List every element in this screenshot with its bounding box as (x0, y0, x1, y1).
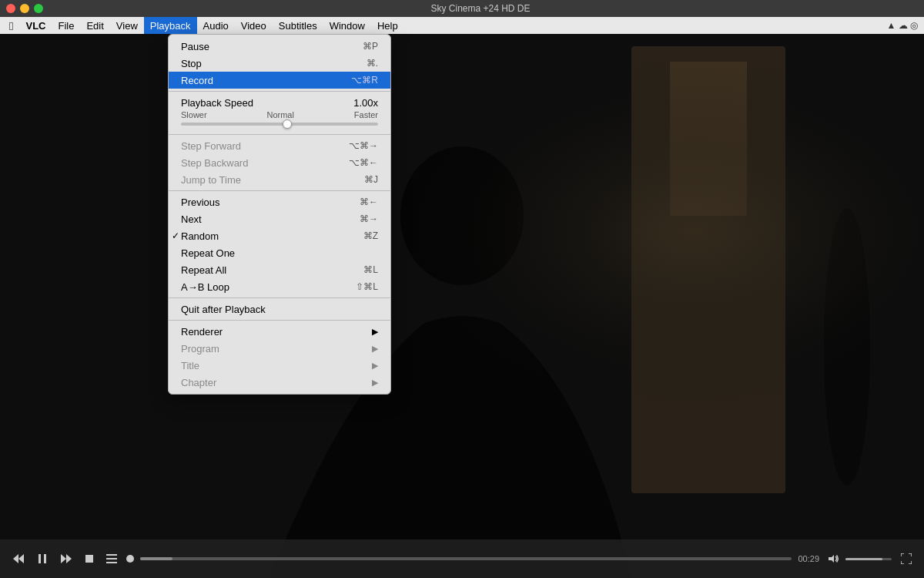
sep-5 (169, 320, 390, 321)
speed-slider-thumb[interactable] (283, 119, 292, 129)
menu-window[interactable]: Window (323, 17, 371, 34)
rewind-button[interactable] (9, 550, 28, 567)
program-label: Program (181, 343, 219, 355)
next-label: Next (181, 213, 202, 225)
menu-title[interactable]: Title ▶ (169, 357, 390, 374)
jump-to-time-label: Jump to Time (181, 174, 241, 186)
speed-faster: Faster (354, 110, 378, 119)
minimize-button[interactable] (20, 4, 29, 13)
window-controls[interactable] (6, 4, 43, 13)
stop-button[interactable] (82, 551, 97, 566)
svg-rect-14 (106, 558, 117, 560)
repeat-all-shortcut: ⌘L (363, 264, 378, 275)
ab-loop-label: A→B Loop (181, 281, 229, 293)
speed-labels: Slower Normal Faster (181, 110, 378, 119)
playback-dropdown-menu: Pause ⌘P Stop ⌘. Record ⌥⌘R Playback Spe… (168, 34, 391, 395)
svg-marker-16 (829, 555, 834, 563)
volume-bar[interactable] (845, 558, 892, 560)
pause-label: Pause (181, 41, 209, 52)
menu-repeat-one[interactable]: Repeat One (169, 244, 390, 261)
svg-rect-8 (38, 554, 41, 563)
random-checkmark: ✓ (172, 230, 179, 241)
svg-rect-9 (44, 554, 46, 563)
menu-step-backward[interactable]: Step Backward ⌥⌘← (169, 154, 390, 171)
svg-rect-5 (0, 0, 924, 578)
sep-2 (169, 134, 390, 135)
renderer-arrow: ▶ (372, 327, 378, 337)
menu-audio[interactable]: Audio (197, 17, 235, 34)
time-display: 00:29 (798, 554, 819, 563)
playback-speed-section: Playback Speed 1.00x Slower Normal Faste… (169, 94, 390, 132)
svg-rect-15 (106, 562, 117, 563)
fast-forward-button[interactable] (57, 550, 75, 567)
menu-stop[interactable]: Stop ⌘. (169, 55, 390, 72)
previous-label: Previous (181, 197, 220, 208)
menu-help[interactable]: Help (371, 17, 404, 34)
repeat-one-label: Repeat One (181, 247, 235, 259)
speed-slower: Slower (181, 110, 207, 119)
timeline-bar[interactable] (140, 557, 792, 560)
sep-1 (169, 91, 390, 92)
speed-value: 1.00x (353, 97, 378, 109)
svg-rect-12 (85, 555, 93, 563)
svg-marker-6 (13, 554, 18, 563)
menu-pause[interactable]: Pause ⌘P (169, 38, 390, 55)
window-title: Sky Cinema +24 HD DE (43, 3, 918, 14)
title-label: Title (181, 360, 199, 371)
menu-repeat-all[interactable]: Repeat All ⌘L (169, 261, 390, 278)
menu-random[interactable]: ✓ Random ⌘Z (169, 227, 390, 244)
speed-label: Playback Speed (181, 97, 253, 109)
menu-next[interactable]: Next ⌘→ (169, 210, 390, 227)
menu-subtitles[interactable]: Subtitles (273, 17, 323, 34)
menu-jump-to-time[interactable]: Jump to Time ⌘J (169, 171, 390, 188)
position-indicator[interactable] (126, 555, 134, 563)
volume-icon[interactable] (825, 551, 842, 566)
menu-step-forward[interactable]: Step Forward ⌥⌘→ (169, 137, 390, 154)
renderer-label: Renderer (181, 326, 223, 338)
record-label: Record (181, 75, 213, 86)
svg-marker-10 (61, 554, 66, 563)
menubar-items:  VLC File Edit View Playback Audio Vide… (0, 17, 407, 34)
svg-rect-13 (106, 554, 117, 556)
svg-marker-11 (66, 554, 72, 563)
chapter-label: Chapter (181, 377, 216, 388)
volume-fill (845, 558, 882, 560)
step-forward-shortcut: ⌥⌘→ (349, 140, 378, 151)
program-arrow: ▶ (372, 344, 378, 354)
record-shortcut: ⌥⌘R (351, 75, 378, 86)
playlist-button[interactable] (103, 551, 120, 566)
fullscreen-button[interactable] (898, 550, 915, 567)
menu-video[interactable]: Video (235, 17, 273, 34)
close-button[interactable] (6, 4, 15, 13)
menu-vlc[interactable]: VLC (19, 17, 52, 34)
svg-marker-7 (18, 554, 24, 563)
timeline-fill (140, 557, 172, 560)
sep-4 (169, 297, 390, 298)
maximize-button[interactable] (34, 4, 43, 13)
menu-record[interactable]: Record ⌥⌘R (169, 72, 390, 89)
menu-edit[interactable]: Edit (80, 17, 109, 34)
menu-quit-after-playback[interactable]: Quit after Playback (169, 301, 390, 318)
sep-3 (169, 190, 390, 191)
menu-file[interactable]: File (52, 17, 80, 34)
menu-view[interactable]: View (110, 17, 144, 34)
menu-playback[interactable]: Playback (144, 17, 197, 34)
system-tray: ▲ ☁ ◎ (886, 20, 918, 31)
menu-ab-loop[interactable]: A→B Loop ⇧⌘L (169, 278, 390, 295)
menu-chapter[interactable]: Chapter ▶ (169, 374, 390, 391)
chapter-arrow: ▶ (372, 378, 378, 388)
previous-shortcut: ⌘← (360, 197, 378, 207)
video-background (0, 0, 924, 578)
menubar:  VLC File Edit View Playback Audio Vide… (0, 17, 924, 34)
menu-renderer[interactable]: Renderer ▶ (169, 323, 390, 340)
apple-menu[interactable]:  (3, 17, 19, 34)
menu-program[interactable]: Program ▶ (169, 340, 390, 357)
video-area (0, 0, 924, 578)
menu-previous[interactable]: Previous ⌘← (169, 193, 390, 210)
speed-slider-track[interactable] (181, 123, 378, 126)
stop-shortcut: ⌘. (367, 58, 378, 69)
step-forward-label: Step Forward (181, 140, 241, 152)
pause-shortcut: ⌘P (363, 41, 378, 52)
play-pause-button[interactable] (34, 550, 51, 567)
menubar-right: ▲ ☁ ◎ (886, 20, 924, 31)
